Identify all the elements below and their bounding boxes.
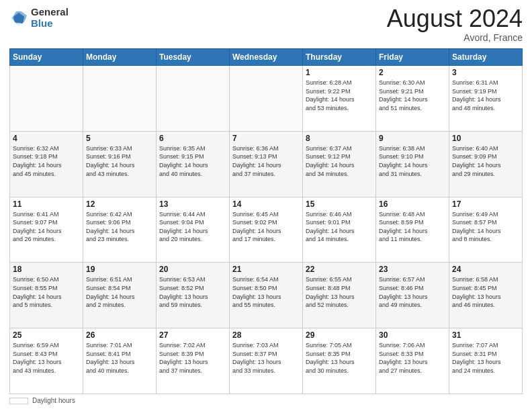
month-title: August 2024 bbox=[387, 7, 523, 31]
day-number: 7 bbox=[232, 134, 300, 143]
calendar-cell: 11Sunrise: 6:41 AM Sunset: 9:07 PM Dayli… bbox=[10, 197, 83, 263]
calendar-week-row: 18Sunrise: 6:50 AM Sunset: 8:55 PM Dayli… bbox=[10, 263, 523, 328]
calendar-cell: 25Sunrise: 6:59 AM Sunset: 8:43 PM Dayli… bbox=[10, 328, 83, 394]
day-info: Sunrise: 6:36 AM Sunset: 9:13 PM Dayligh… bbox=[232, 144, 300, 178]
calendar-cell bbox=[10, 66, 83, 132]
calendar-cell bbox=[230, 66, 303, 132]
day-number: 2 bbox=[379, 68, 446, 77]
calendar-cell: 27Sunrise: 7:02 AM Sunset: 8:39 PM Dayli… bbox=[157, 328, 230, 394]
day-info: Sunrise: 6:51 AM Sunset: 8:54 PM Dayligh… bbox=[86, 275, 153, 309]
day-info: Sunrise: 7:06 AM Sunset: 8:33 PM Dayligh… bbox=[379, 341, 446, 375]
day-number: 11 bbox=[13, 199, 80, 209]
day-info: Sunrise: 6:28 AM Sunset: 9:22 PM Dayligh… bbox=[306, 79, 373, 112]
day-number: 25 bbox=[13, 330, 80, 340]
calendar-header-row: SundayMondayTuesdayWednesdayThursdayFrid… bbox=[10, 49, 523, 66]
day-info: Sunrise: 6:55 AM Sunset: 8:48 PM Dayligh… bbox=[306, 275, 373, 309]
day-info: Sunrise: 6:45 AM Sunset: 9:02 PM Dayligh… bbox=[232, 210, 300, 244]
calendar-cell: 8Sunrise: 6:37 AM Sunset: 9:12 PM Daylig… bbox=[303, 131, 376, 197]
day-info: Sunrise: 6:59 AM Sunset: 8:43 PM Dayligh… bbox=[13, 341, 80, 375]
calendar-cell: 30Sunrise: 7:06 AM Sunset: 8:33 PM Dayli… bbox=[376, 328, 449, 394]
day-info: Sunrise: 6:46 AM Sunset: 9:01 PM Dayligh… bbox=[306, 210, 373, 244]
day-info: Sunrise: 6:32 AM Sunset: 9:18 PM Dayligh… bbox=[13, 144, 80, 178]
day-number: 13 bbox=[159, 199, 226, 209]
calendar-cell: 2Sunrise: 6:30 AM Sunset: 9:21 PM Daylig… bbox=[376, 66, 449, 132]
day-info: Sunrise: 7:02 AM Sunset: 8:39 PM Dayligh… bbox=[159, 341, 226, 375]
calendar-cell: 28Sunrise: 7:03 AM Sunset: 8:37 PM Dayli… bbox=[230, 328, 303, 394]
day-number: 29 bbox=[306, 330, 373, 340]
day-number: 31 bbox=[452, 330, 519, 340]
day-number: 15 bbox=[306, 199, 373, 209]
calendar-day-header: Wednesday bbox=[230, 49, 303, 66]
calendar-cell: 13Sunrise: 6:44 AM Sunset: 9:04 PM Dayli… bbox=[157, 197, 230, 263]
header: General Blue August 2024 Avord, France bbox=[9, 7, 523, 43]
day-number: 22 bbox=[306, 265, 373, 274]
calendar-cell: 17Sunrise: 6:49 AM Sunset: 8:57 PM Dayli… bbox=[449, 197, 523, 263]
calendar-day-header: Tuesday bbox=[157, 49, 230, 66]
day-info: Sunrise: 6:49 AM Sunset: 8:57 PM Dayligh… bbox=[452, 210, 519, 244]
location: Avord, France bbox=[387, 32, 523, 43]
day-info: Sunrise: 6:41 AM Sunset: 9:07 PM Dayligh… bbox=[13, 210, 80, 244]
day-info: Sunrise: 6:38 AM Sunset: 9:10 PM Dayligh… bbox=[379, 144, 446, 178]
day-number: 23 bbox=[379, 265, 446, 274]
calendar-cell: 14Sunrise: 6:45 AM Sunset: 9:02 PM Dayli… bbox=[230, 197, 303, 263]
calendar-cell: 6Sunrise: 6:35 AM Sunset: 9:15 PM Daylig… bbox=[157, 131, 230, 197]
day-number: 5 bbox=[86, 134, 153, 143]
calendar-cell bbox=[157, 66, 230, 132]
day-info: Sunrise: 6:57 AM Sunset: 8:46 PM Dayligh… bbox=[379, 275, 446, 309]
calendar-cell: 1Sunrise: 6:28 AM Sunset: 9:22 PM Daylig… bbox=[303, 66, 376, 132]
day-info: Sunrise: 7:05 AM Sunset: 8:35 PM Dayligh… bbox=[306, 341, 373, 375]
calendar-cell: 23Sunrise: 6:57 AM Sunset: 8:46 PM Dayli… bbox=[376, 263, 449, 328]
calendar-day-header: Friday bbox=[376, 49, 449, 66]
day-info: Sunrise: 6:58 AM Sunset: 8:45 PM Dayligh… bbox=[452, 275, 519, 309]
calendar-day-header: Sunday bbox=[10, 49, 83, 66]
day-info: Sunrise: 6:42 AM Sunset: 9:06 PM Dayligh… bbox=[86, 210, 153, 244]
calendar-cell: 19Sunrise: 6:51 AM Sunset: 8:54 PM Dayli… bbox=[83, 263, 157, 328]
calendar-cell: 22Sunrise: 6:55 AM Sunset: 8:48 PM Dayli… bbox=[303, 263, 376, 328]
day-info: Sunrise: 6:30 AM Sunset: 9:21 PM Dayligh… bbox=[379, 79, 446, 112]
calendar-cell: 21Sunrise: 6:54 AM Sunset: 8:50 PM Dayli… bbox=[230, 263, 303, 328]
day-number: 30 bbox=[379, 330, 446, 340]
day-info: Sunrise: 6:35 AM Sunset: 9:15 PM Dayligh… bbox=[159, 144, 226, 178]
day-info: Sunrise: 7:01 AM Sunset: 8:41 PM Dayligh… bbox=[86, 341, 153, 375]
calendar-cell: 18Sunrise: 6:50 AM Sunset: 8:55 PM Dayli… bbox=[10, 263, 83, 328]
calendar-week-row: 25Sunrise: 6:59 AM Sunset: 8:43 PM Dayli… bbox=[10, 328, 523, 394]
calendar-cell: 20Sunrise: 6:53 AM Sunset: 8:52 PM Dayli… bbox=[157, 263, 230, 328]
day-info: Sunrise: 7:03 AM Sunset: 8:37 PM Dayligh… bbox=[232, 341, 300, 375]
day-number: 14 bbox=[232, 199, 300, 209]
day-info: Sunrise: 6:40 AM Sunset: 9:09 PM Dayligh… bbox=[452, 144, 519, 178]
calendar-cell: 4Sunrise: 6:32 AM Sunset: 9:18 PM Daylig… bbox=[10, 131, 83, 197]
logo-icon bbox=[9, 9, 28, 28]
calendar-cell bbox=[83, 66, 157, 132]
calendar-day-header: Monday bbox=[83, 49, 157, 66]
footer-box bbox=[9, 398, 28, 404]
day-number: 16 bbox=[379, 199, 446, 209]
day-number: 17 bbox=[452, 199, 519, 209]
day-number: 27 bbox=[159, 330, 226, 340]
calendar-cell: 26Sunrise: 7:01 AM Sunset: 8:41 PM Dayli… bbox=[83, 328, 157, 394]
calendar-week-row: 11Sunrise: 6:41 AM Sunset: 9:07 PM Dayli… bbox=[10, 197, 523, 263]
day-number: 24 bbox=[452, 265, 519, 274]
logo-blue: Blue bbox=[31, 17, 53, 29]
calendar-cell: 15Sunrise: 6:46 AM Sunset: 9:01 PM Dayli… bbox=[303, 197, 376, 263]
logo-text: General Blue bbox=[31, 7, 69, 29]
calendar-cell: 10Sunrise: 6:40 AM Sunset: 9:09 PM Dayli… bbox=[449, 131, 523, 197]
logo-general: General bbox=[31, 6, 69, 17]
footer: Daylight hours bbox=[9, 397, 523, 404]
calendar-cell: 29Sunrise: 7:05 AM Sunset: 8:35 PM Dayli… bbox=[303, 328, 376, 394]
calendar-week-row: 1Sunrise: 6:28 AM Sunset: 9:22 PM Daylig… bbox=[10, 66, 523, 132]
calendar: SundayMondayTuesdayWednesdayThursdayFrid… bbox=[9, 48, 523, 394]
calendar-day-header: Thursday bbox=[303, 49, 376, 66]
day-info: Sunrise: 6:37 AM Sunset: 9:12 PM Dayligh… bbox=[306, 144, 373, 178]
day-number: 20 bbox=[159, 265, 226, 274]
day-number: 8 bbox=[306, 134, 373, 143]
day-info: Sunrise: 6:50 AM Sunset: 8:55 PM Dayligh… bbox=[13, 275, 80, 309]
day-number: 6 bbox=[159, 134, 226, 143]
title-block: August 2024 Avord, France bbox=[387, 7, 523, 43]
day-number: 18 bbox=[13, 265, 80, 274]
day-info: Sunrise: 6:31 AM Sunset: 9:19 PM Dayligh… bbox=[452, 79, 519, 112]
calendar-cell: 5Sunrise: 6:33 AM Sunset: 9:16 PM Daylig… bbox=[83, 131, 157, 197]
calendar-cell: 7Sunrise: 6:36 AM Sunset: 9:13 PM Daylig… bbox=[230, 131, 303, 197]
day-number: 4 bbox=[13, 134, 80, 143]
day-info: Sunrise: 6:33 AM Sunset: 9:16 PM Dayligh… bbox=[86, 144, 153, 178]
calendar-cell: 9Sunrise: 6:38 AM Sunset: 9:10 PM Daylig… bbox=[376, 131, 449, 197]
